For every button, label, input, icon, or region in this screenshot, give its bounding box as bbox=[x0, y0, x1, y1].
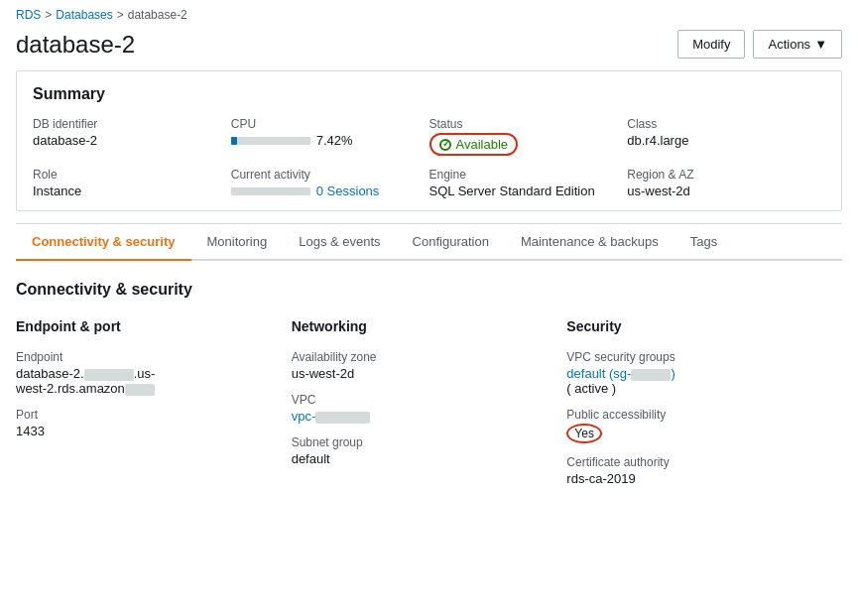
db-identifier-cell: DB identifier database-2 bbox=[33, 117, 231, 156]
endpoint-port-col: Endpoint & port Endpoint database-2..us-… bbox=[16, 318, 292, 486]
sg-blurred bbox=[631, 369, 671, 381]
cpu-bar-fill bbox=[231, 137, 237, 145]
breadcrumb-current: database-2 bbox=[128, 8, 187, 22]
vpc-label: VPC bbox=[292, 393, 544, 407]
port-value: 1433 bbox=[16, 424, 268, 438]
security-col: Security VPC security groups default (sg… bbox=[566, 318, 842, 486]
port-label: Port bbox=[16, 408, 268, 422]
activity-bar bbox=[231, 187, 310, 195]
role-cell: Role Instance bbox=[33, 168, 231, 198]
modify-button[interactable]: Modify bbox=[677, 30, 745, 59]
connectivity-section-title: Connectivity & security bbox=[16, 281, 842, 299]
subnet-label: Subnet group bbox=[292, 435, 544, 449]
actions-chevron-icon: ▼ bbox=[814, 37, 827, 52]
public-label: Public accessibility bbox=[566, 408, 818, 422]
tabs-container: Connectivity & security Monitoring Logs … bbox=[16, 224, 842, 261]
summary-grid: DB identifier database-2 CPU 7.42% Statu… bbox=[33, 117, 825, 198]
actions-label: Actions bbox=[768, 37, 810, 52]
yes-circled-badge: Yes bbox=[566, 424, 602, 443]
class-label: Class bbox=[627, 117, 817, 131]
tab-monitoring[interactable]: Monitoring bbox=[191, 224, 284, 261]
activity-label: Current activity bbox=[231, 168, 422, 182]
tab-maintenance-backups[interactable]: Maintenance & backups bbox=[505, 224, 674, 261]
tab-logs-events[interactable]: Logs & events bbox=[283, 224, 396, 261]
vpc-sg-label: VPC security groups bbox=[566, 350, 818, 364]
actions-button[interactable]: Actions ▼ bbox=[753, 30, 842, 59]
content-section: Connectivity & security Endpoint & port … bbox=[0, 261, 858, 506]
subnet-value: default bbox=[292, 451, 544, 466]
vpc-blurred bbox=[315, 412, 370, 424]
endpoint-label: Endpoint bbox=[16, 350, 268, 364]
summary-title: Summary bbox=[33, 85, 825, 103]
cpu-value: 7.42% bbox=[316, 133, 353, 148]
connectivity-grid: Endpoint & port Endpoint database-2..us-… bbox=[16, 318, 842, 486]
vpc-value: vpc- bbox=[292, 409, 544, 424]
cpu-label: CPU bbox=[231, 117, 422, 131]
summary-card: Summary DB identifier database-2 CPU 7.4… bbox=[16, 70, 842, 211]
status-available-badge: Available bbox=[429, 133, 519, 156]
networking-heading: Networking bbox=[292, 318, 544, 334]
activity-bar-container: 0 Sessions bbox=[231, 184, 422, 198]
cpu-bar bbox=[231, 137, 310, 145]
security-heading: Security bbox=[566, 318, 818, 334]
endpoint-heading: Endpoint & port bbox=[16, 318, 268, 334]
az-label: Availability zone bbox=[292, 350, 544, 364]
breadcrumb: RDS > Databases > database-2 bbox=[0, 0, 858, 26]
sessions-link[interactable]: 0 Sessions bbox=[316, 184, 380, 198]
breadcrumb-sep-2: > bbox=[117, 8, 124, 22]
region-cell: Region & AZ us-west-2d bbox=[627, 168, 825, 198]
cpu-bar-container: 7.42% bbox=[231, 133, 422, 148]
region-value: us-west-2d bbox=[627, 184, 817, 198]
engine-cell: Engine SQL Server Standard Edition bbox=[429, 168, 628, 198]
db-identifier-label: DB identifier bbox=[33, 117, 223, 131]
sg-link[interactable]: default (sg-) bbox=[566, 366, 674, 381]
tab-tags[interactable]: Tags bbox=[674, 224, 733, 261]
endpoint-value: database-2..us-west-2.rds.amazon bbox=[16, 366, 268, 396]
status-text: Available bbox=[456, 137, 509, 152]
header-actions: Modify Actions ▼ bbox=[677, 30, 842, 59]
status-label: Status bbox=[429, 117, 620, 131]
networking-col: Networking Availability zone us-west-2d … bbox=[292, 318, 567, 486]
endpoint-blurred2 bbox=[125, 384, 155, 396]
breadcrumb-rds[interactable]: RDS bbox=[16, 8, 41, 22]
cpu-cell: CPU 7.42% bbox=[231, 117, 429, 156]
vpc-link[interactable]: vpc- bbox=[292, 409, 371, 424]
role-value: Instance bbox=[33, 184, 223, 198]
sg-status: ( active ) bbox=[566, 381, 616, 396]
role-label: Role bbox=[33, 168, 223, 182]
page-title: database-2 bbox=[16, 31, 135, 59]
vpc-sg-value: default (sg-) ( active ) bbox=[566, 366, 818, 396]
activity-cell: Current activity 0 Sessions bbox=[231, 168, 429, 198]
endpoint-prefix: database-2. bbox=[16, 366, 84, 381]
public-value: Yes bbox=[566, 424, 818, 443]
status-value: Available bbox=[429, 133, 620, 156]
breadcrumb-sep-1: > bbox=[45, 8, 52, 22]
page-header: database-2 Modify Actions ▼ bbox=[0, 26, 858, 70]
breadcrumb-databases[interactable]: Databases bbox=[56, 8, 112, 22]
class-cell: Class db.r4.large bbox=[627, 117, 825, 156]
az-value: us-west-2d bbox=[292, 366, 544, 381]
tab-connectivity-security[interactable]: Connectivity & security bbox=[16, 224, 191, 261]
cert-label: Certificate authority bbox=[566, 455, 818, 469]
region-label: Region & AZ bbox=[627, 168, 817, 182]
engine-label: Engine bbox=[429, 168, 620, 182]
class-value: db.r4.large bbox=[627, 133, 817, 148]
engine-value: SQL Server Standard Edition bbox=[429, 184, 620, 198]
endpoint-blurred bbox=[84, 369, 134, 381]
cert-value: rds-ca-2019 bbox=[566, 471, 818, 486]
tab-configuration[interactable]: Configuration bbox=[397, 224, 505, 261]
status-cell: Status Available bbox=[429, 117, 628, 156]
status-dot-icon bbox=[439, 139, 451, 151]
db-identifier-value: database-2 bbox=[33, 133, 223, 148]
